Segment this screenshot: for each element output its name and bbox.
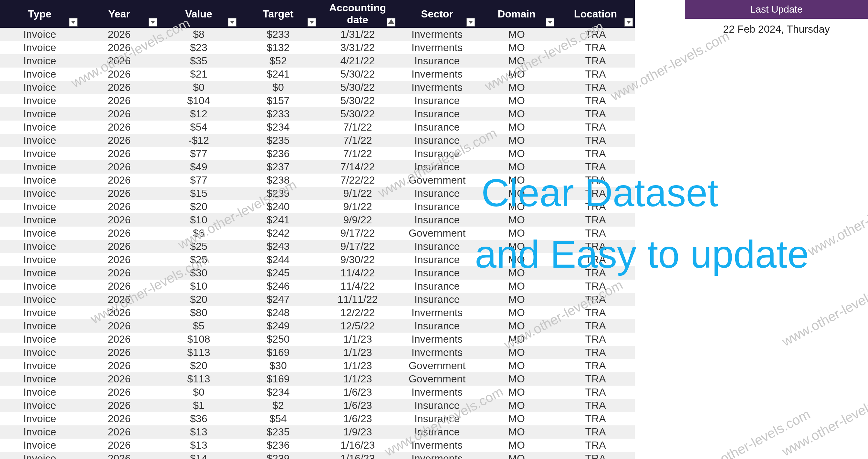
- cell-value[interactable]: $6: [159, 227, 239, 240]
- cell-date[interactable]: 12/5/22: [318, 319, 397, 333]
- filter-dropdown-icon[interactable]: [69, 18, 78, 27]
- cell-sector[interactable]: Inverments: [397, 333, 477, 346]
- cell-domain[interactable]: MO: [477, 439, 556, 452]
- cell-value[interactable]: $10: [159, 213, 239, 227]
- cell-sector[interactable]: Insurance: [397, 293, 477, 306]
- cell-year[interactable]: 2026: [80, 67, 159, 81]
- cell-sector[interactable]: Insurance: [397, 147, 477, 160]
- cell-value[interactable]: $20: [159, 359, 239, 372]
- table-row[interactable]: Invoice2026$54$2347/1/22InsuranceMOTRA: [0, 121, 635, 134]
- table-row[interactable]: Invoice2026$20$2409/1/22InsuranceMOTRA: [0, 200, 635, 213]
- cell-type[interactable]: Invoice: [0, 439, 80, 452]
- cell-location[interactable]: TRA: [556, 253, 635, 266]
- cell-target[interactable]: $235: [239, 425, 318, 439]
- cell-type[interactable]: Invoice: [0, 121, 80, 134]
- cell-value[interactable]: $20: [159, 293, 239, 306]
- cell-year[interactable]: 2026: [80, 346, 159, 359]
- cell-location[interactable]: TRA: [556, 81, 635, 94]
- cell-type[interactable]: Invoice: [0, 227, 80, 240]
- cell-target[interactable]: $234: [239, 121, 318, 134]
- cell-target[interactable]: $241: [239, 213, 318, 227]
- cell-sector[interactable]: Government: [397, 174, 477, 187]
- cell-domain[interactable]: MO: [477, 213, 556, 227]
- table-row[interactable]: Invoice2026$10$2419/9/22InsuranceMOTRA: [0, 213, 635, 227]
- cell-target[interactable]: $239: [239, 452, 318, 459]
- cell-value[interactable]: $14: [159, 452, 239, 459]
- cell-type[interactable]: Invoice: [0, 425, 80, 439]
- cell-target[interactable]: $54: [239, 412, 318, 425]
- cell-sector[interactable]: Insurance: [397, 94, 477, 107]
- cell-location[interactable]: TRA: [556, 346, 635, 359]
- cell-date[interactable]: 1/1/23: [318, 359, 397, 372]
- filter-dropdown-icon[interactable]: [228, 18, 237, 27]
- table-row[interactable]: Invoice2026$8$2331/31/22InvermentsMOTRA: [0, 28, 635, 41]
- cell-domain[interactable]: MO: [477, 399, 556, 412]
- cell-sector[interactable]: Insurance: [397, 187, 477, 200]
- cell-type[interactable]: Invoice: [0, 266, 80, 280]
- cell-domain[interactable]: MO: [477, 266, 556, 280]
- cell-type[interactable]: Invoice: [0, 67, 80, 81]
- cell-domain[interactable]: MO: [477, 372, 556, 385]
- header-sector[interactable]: Sector: [397, 0, 477, 28]
- cell-location[interactable]: TRA: [556, 54, 635, 67]
- cell-value[interactable]: $113: [159, 372, 239, 385]
- cell-year[interactable]: 2026: [80, 372, 159, 385]
- table-row[interactable]: Invoice2026$14$2391/16/23InvermentsMOTRA: [0, 452, 635, 459]
- cell-location[interactable]: TRA: [556, 452, 635, 459]
- cell-year[interactable]: 2026: [80, 227, 159, 240]
- cell-date[interactable]: 9/9/22: [318, 213, 397, 227]
- cell-value[interactable]: $25: [159, 253, 239, 266]
- cell-sector[interactable]: Inverments: [397, 452, 477, 459]
- table-row[interactable]: Invoice2026$0$2341/6/23InvermentsMOTRA: [0, 385, 635, 399]
- table-row[interactable]: Invoice2026$20$301/1/23GovernmentMOTRA: [0, 359, 635, 372]
- cell-domain[interactable]: MO: [477, 306, 556, 319]
- cell-target[interactable]: $233: [239, 107, 318, 121]
- cell-target[interactable]: $157: [239, 94, 318, 107]
- cell-sector[interactable]: Inverments: [397, 28, 477, 41]
- cell-domain[interactable]: MO: [477, 240, 556, 253]
- table-row[interactable]: Invoice2026$25$2439/17/22InsuranceMOTRA: [0, 240, 635, 253]
- table-row[interactable]: Invoice2026$5$24912/5/22InsuranceMOTRA: [0, 319, 635, 333]
- table-row[interactable]: Invoice2026$77$2387/22/22GovernmentMOTRA: [0, 174, 635, 187]
- cell-year[interactable]: 2026: [80, 319, 159, 333]
- cell-domain[interactable]: MO: [477, 81, 556, 94]
- cell-type[interactable]: Invoice: [0, 452, 80, 459]
- cell-location[interactable]: TRA: [556, 319, 635, 333]
- cell-sector[interactable]: Insurance: [397, 160, 477, 174]
- cell-sector[interactable]: Insurance: [397, 425, 477, 439]
- cell-sector[interactable]: Inverments: [397, 306, 477, 319]
- cell-sector[interactable]: Inverments: [397, 439, 477, 452]
- cell-year[interactable]: 2026: [80, 306, 159, 319]
- cell-sector[interactable]: Insurance: [397, 134, 477, 147]
- cell-sector[interactable]: Inverments: [397, 385, 477, 399]
- cell-value[interactable]: $1: [159, 399, 239, 412]
- cell-location[interactable]: TRA: [556, 359, 635, 372]
- cell-date[interactable]: 4/21/22: [318, 54, 397, 67]
- cell-date[interactable]: 1/9/23: [318, 425, 397, 439]
- cell-location[interactable]: TRA: [556, 399, 635, 412]
- cell-domain[interactable]: MO: [477, 319, 556, 333]
- cell-sector[interactable]: Insurance: [397, 266, 477, 280]
- cell-sector[interactable]: Inverments: [397, 67, 477, 81]
- header-type[interactable]: Type: [0, 0, 80, 28]
- cell-type[interactable]: Invoice: [0, 333, 80, 346]
- cell-target[interactable]: $30: [239, 359, 318, 372]
- cell-domain[interactable]: MO: [477, 227, 556, 240]
- cell-value[interactable]: -$12: [159, 134, 239, 147]
- header-location[interactable]: Location: [556, 0, 635, 28]
- cell-year[interactable]: 2026: [80, 107, 159, 121]
- cell-location[interactable]: TRA: [556, 266, 635, 280]
- cell-domain[interactable]: MO: [477, 293, 556, 306]
- table-row[interactable]: Invoice2026$13$2361/16/23InvermentsMOTRA: [0, 439, 635, 452]
- table-row[interactable]: Invoice2026$0$05/30/22InvermentsMOTRA: [0, 81, 635, 94]
- cell-type[interactable]: Invoice: [0, 160, 80, 174]
- cell-sector[interactable]: Inverments: [397, 41, 477, 54]
- cell-domain[interactable]: MO: [477, 28, 556, 41]
- cell-type[interactable]: Invoice: [0, 147, 80, 160]
- cell-date[interactable]: 9/1/22: [318, 187, 397, 200]
- cell-domain[interactable]: MO: [477, 54, 556, 67]
- cell-domain[interactable]: MO: [477, 121, 556, 134]
- table-row[interactable]: Invoice2026$1$21/6/23InsuranceMOTRA: [0, 399, 635, 412]
- cell-type[interactable]: Invoice: [0, 28, 80, 41]
- cell-target[interactable]: $245: [239, 266, 318, 280]
